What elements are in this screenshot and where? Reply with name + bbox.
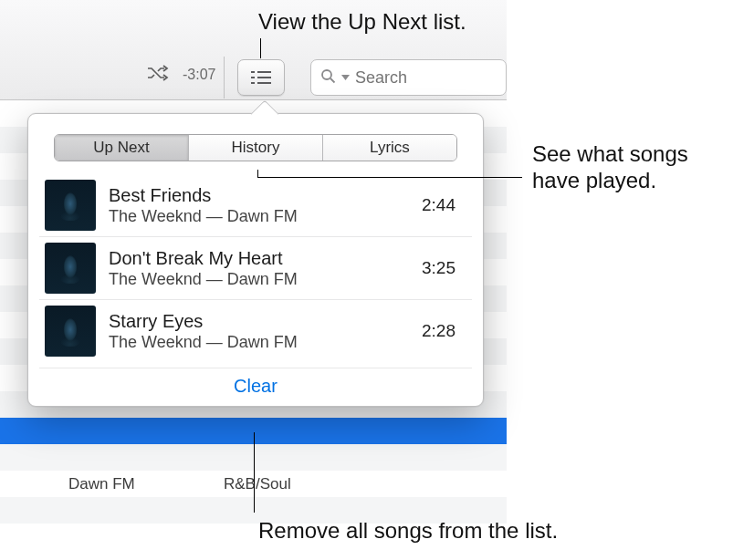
chevron-down-icon[interactable] [341,73,350,83]
track-duration: 3:25 [422,258,456,278]
track-row[interactable]: Starry Eyes The Weeknd — Dawn FM 2:28 [39,299,472,362]
svg-point-6 [322,70,331,79]
toolbar-divider [224,57,225,99]
album-art [45,180,96,231]
track-subtitle: The Weeknd — Dawn FM [109,269,422,290]
time-remaining-label: -3:07 [183,67,215,83]
track-duration: 2:28 [422,321,456,341]
genre-cell: R&B/Soul [224,475,291,493]
callout-view-up-next: View the Up Next list. [258,9,466,36]
track-title: Don't Break My Heart [109,247,422,269]
track-list: Best Friends The Weeknd — Dawn FM 2:44 D… [39,174,472,362]
track-row[interactable]: Don't Break My Heart The Weeknd — Dawn F… [39,236,472,299]
search-field[interactable] [310,59,507,96]
clear-button[interactable]: Clear [234,376,278,396]
track-subtitle: The Weeknd — Dawn FM [109,206,422,227]
search-icon [320,68,336,88]
track-duration: 2:44 [422,195,456,215]
popover-tabs: Up Next History Lyrics [54,134,457,161]
svg-line-7 [330,78,335,83]
search-input[interactable] [355,68,474,88]
track-row[interactable]: Best Friends The Weeknd — Dawn FM 2:44 [39,174,472,236]
connector-line [257,177,522,178]
track-title: Starry Eyes [109,310,422,332]
shuffle-icon[interactable] [146,64,170,86]
connector-line [254,432,255,513]
track-subtitle: The Weeknd — Dawn FM [109,332,422,353]
callout-history: See what songs have played. [532,141,688,194]
up-next-popover: Up Next History Lyrics Best Friends The … [27,113,484,407]
up-next-button[interactable] [237,59,285,96]
track-title: Best Friends [109,184,422,206]
tab-lyrics[interactable]: Lyrics [323,135,456,161]
tab-up-next[interactable]: Up Next [55,135,189,161]
connector-line [257,170,258,178]
album-cell: Dawn FM [68,475,224,493]
connector-line [260,38,261,58]
album-art [45,306,96,357]
tab-history[interactable]: History [189,135,323,161]
callout-clear: Remove all songs from the list. [258,518,558,544]
list-icon [249,68,273,87]
album-art [45,243,96,294]
